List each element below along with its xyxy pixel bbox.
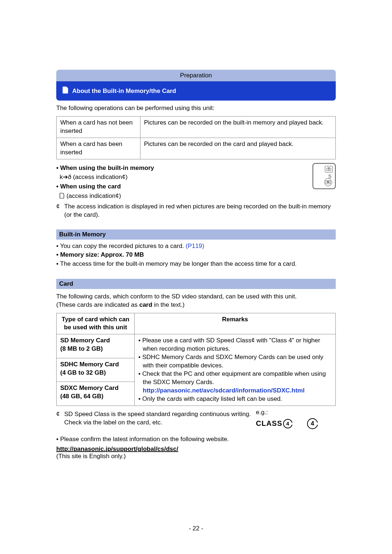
in-indicator: IN [324, 178, 332, 186]
intro-text: The following operations can be performe… [56, 104, 336, 113]
class4-logo-a: CLASS4 [256, 419, 293, 428]
indicator-row: • When using the built-in memory k➔ð (ac… [56, 163, 336, 201]
list-item: Check that the PC and other equipment ar… [138, 370, 332, 387]
page-number: - 22 - [0, 525, 392, 532]
class-logos: CLASS4 4 [256, 418, 336, 429]
sd-icon [60, 192, 65, 199]
page-title-bar: About the Built-in Memory/the Card [56, 81, 336, 101]
speed-note-text: SD Speed Class is the speed standard reg… [64, 410, 256, 427]
page: Preparation About the Built-in Memory/th… [0, 0, 392, 554]
table-row: SD Memory Card (8 MB to 2 GB) Please use… [57, 334, 336, 358]
confirm-bullet: Please confirm the latest information on… [56, 435, 336, 444]
builtin-memory-heading: Built-in Memory [56, 229, 336, 240]
builtin-heading: • When using the built-in memory [56, 164, 309, 172]
table-row: When a card has been inserted Pictures c… [57, 138, 336, 159]
list-item: SDHC Memory Cards and SDXC Memory Cards … [138, 353, 332, 370]
footnote-mark: ¢ [56, 410, 64, 427]
operations-table: When a card has not been inserted Pictur… [56, 116, 336, 159]
remarks-header: Remarks [135, 313, 336, 334]
card-types-table: Type of card which can be used with this… [56, 313, 336, 406]
speed-note-row: ¢ SD Speed Class is the speed standard r… [56, 409, 336, 429]
class4-logo-b: 4 [307, 418, 318, 429]
card-intro2: (These cards are indicated as card in th… [56, 301, 336, 309]
camera-icon [325, 166, 333, 172]
website-link[interactable]: http://panasonic.jp/support/global/cs/ds… [56, 445, 178, 452]
list-item: Please confirm the latest information on… [56, 435, 336, 444]
section-label: Preparation [180, 72, 212, 79]
eg-label: e.g.: [256, 409, 336, 416]
ops-cell-left: When a card has been inserted [57, 138, 140, 159]
card-line: (access indication¢) [56, 192, 309, 200]
page-link[interactable]: (P119) [186, 243, 204, 249]
card-type-cell: SDHC Memory Card (4 GB to 32 GB) [57, 358, 135, 382]
in-label: IN [326, 180, 331, 184]
english-only-note: (This site is English only.) [56, 453, 336, 460]
footnote-text: The access indication is displayed in re… [64, 203, 336, 219]
list-item: The access time for the built-in memory … [56, 260, 336, 269]
memory-icon [62, 86, 72, 95]
ops-cell-right: Pictures can be recorded on the built-in… [140, 116, 335, 138]
card-type-header: Type of card which can be used with this… [57, 313, 135, 334]
list-item: Please use a card with SD Speed Class¢ w… [138, 337, 332, 353]
sdxc-link[interactable]: http://panasonic.net/avc/sdcard/informat… [143, 387, 305, 394]
lcd-diagram: 5 IN [313, 163, 336, 189]
footnote-mark: ¢ [56, 203, 64, 219]
builtin-bullets: You can copy the recorded pictures to a … [56, 242, 336, 269]
table-row: When a card has not been inserted Pictur… [57, 116, 336, 138]
section-label-bar: Preparation [56, 70, 336, 81]
card-type-cell: SDXC Memory Card (48 GB, 64 GB) [57, 382, 135, 406]
list-item: Only the cards with capacity listed left… [138, 395, 332, 403]
card-type-cell: SD Memory Card (8 MB to 2 GB) [57, 334, 135, 358]
access-footnote: ¢ The access indication is displayed in … [56, 203, 336, 219]
ops-cell-right: Pictures can be recorded on the card and… [140, 138, 335, 159]
remarks-cell: Please use a card with SD Speed Class¢ w… [135, 334, 336, 406]
list-item: You can copy the recorded pictures to a … [56, 242, 336, 251]
table-header-row: Type of card which can be used with this… [57, 313, 336, 334]
svg-rect-1 [328, 167, 330, 168]
builtin-line: k➔ð (access indication¢) [56, 173, 309, 182]
card-heading: • When using the card [56, 182, 309, 191]
ops-cell-left: When a card has not been inserted [57, 116, 140, 138]
page-title: About the Built-in Memory/the Card [72, 87, 176, 95]
card-heading-bar: Card [56, 279, 336, 289]
svg-point-2 [328, 168, 330, 170]
card-intro: The following cards, which conform to th… [56, 293, 336, 301]
list-item: Memory size: Approx. 70 MB [56, 250, 336, 260]
